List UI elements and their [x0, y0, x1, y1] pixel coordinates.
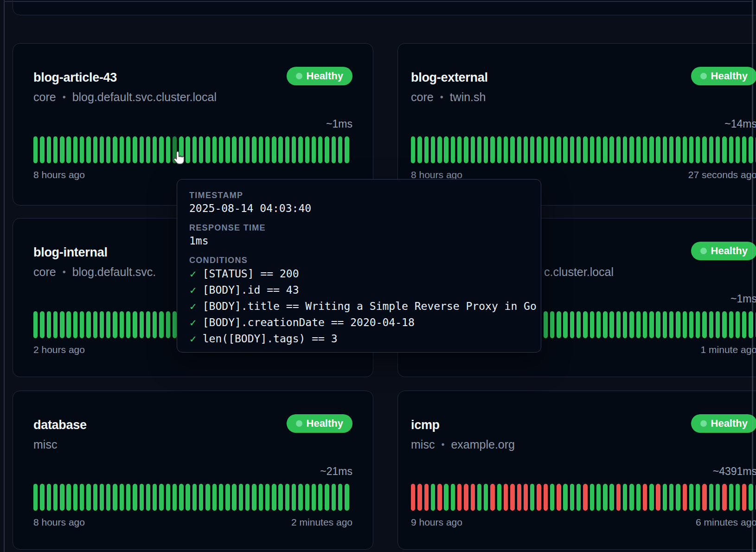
- uptime-bar-failure[interactable]: [656, 484, 660, 511]
- uptime-bar-success[interactable]: [305, 484, 309, 511]
- uptime-bar-success[interactable]: [629, 136, 634, 163]
- uptime-bar-success[interactable]: [649, 136, 653, 163]
- uptime-bar-failure[interactable]: [517, 484, 521, 511]
- uptime-bar-success[interactable]: [86, 136, 90, 163]
- uptime-bar-success[interactable]: [153, 136, 157, 163]
- uptime-bar-success[interactable]: [232, 136, 236, 163]
- uptime-bar-success[interactable]: [716, 484, 720, 511]
- uptime-bar-success[interactable]: [570, 311, 574, 338]
- uptime-bar-success[interactable]: [153, 311, 157, 338]
- uptime-bar-success[interactable]: [120, 484, 124, 511]
- endpoint-card-icmp[interactable]: icmpHealthymisc•example.org~4391ms9 hour…: [397, 391, 756, 550]
- uptime-bar-success[interactable]: [636, 136, 641, 163]
- uptime-bar-success[interactable]: [623, 311, 627, 338]
- uptime-bar-success[interactable]: [663, 136, 667, 163]
- uptime-bar-success[interactable]: [53, 311, 58, 338]
- uptime-bar-success[interactable]: [649, 311, 653, 338]
- uptime-bar-success[interactable]: [676, 136, 680, 163]
- uptime-bar-success[interactable]: [431, 484, 435, 511]
- uptime-bar-success[interactable]: [742, 136, 746, 163]
- uptime-bar-success[interactable]: [616, 136, 621, 163]
- uptime-bar-success[interactable]: [696, 311, 700, 338]
- uptime-bar-success[interactable]: [709, 311, 713, 338]
- uptime-bar-success[interactable]: [219, 484, 223, 511]
- uptime-bar-success[interactable]: [120, 136, 124, 163]
- uptime-bar-success[interactable]: [570, 136, 574, 163]
- uptime-bar-success[interactable]: [603, 311, 607, 338]
- uptime-bar-success[interactable]: [497, 136, 501, 163]
- uptime-bar-success[interactable]: [669, 311, 673, 338]
- uptime-bar-success[interactable]: [702, 136, 706, 163]
- uptime-bar-success[interactable]: [457, 136, 461, 163]
- uptime-bar-success[interactable]: [252, 484, 256, 511]
- uptime-bar-success[interactable]: [570, 484, 574, 511]
- uptime-bar-success[interactable]: [736, 311, 740, 338]
- uptime-bar-success[interactable]: [742, 311, 746, 338]
- uptime-bar-success[interactable]: [345, 484, 349, 511]
- uptime-bar-success[interactable]: [716, 136, 720, 163]
- uptime-bar-success[interactable]: [133, 484, 137, 511]
- uptime-bar-failure[interactable]: [742, 484, 746, 511]
- uptime-bar-success[interactable]: [47, 311, 51, 338]
- uptime-bar-success[interactable]: [245, 136, 250, 163]
- endpoint-card-database[interactable]: databaseHealthymisc~21ms8 hours ago2 min…: [13, 391, 373, 550]
- uptime-bar-success[interactable]: [517, 136, 521, 163]
- uptime-bar-success[interactable]: [676, 484, 680, 511]
- uptime-bar-failure[interactable]: [583, 484, 587, 511]
- uptime-bar-success[interactable]: [557, 136, 561, 163]
- uptime-bar-success[interactable]: [192, 136, 197, 163]
- uptime-bar-success[interactable]: [259, 484, 263, 511]
- uptime-bar-success[interactable]: [219, 136, 223, 163]
- uptime-bar-success[interactable]: [318, 484, 322, 511]
- uptime-bar-success[interactable]: [33, 311, 38, 338]
- uptime-bar-success[interactable]: [199, 484, 203, 511]
- scrollbar[interactable]: [752, 0, 753, 552]
- uptime-bar-failure[interactable]: [722, 484, 726, 511]
- uptime-bar-success[interactable]: [431, 136, 435, 163]
- uptime-bar-success[interactable]: [338, 136, 342, 163]
- uptime-bar-success[interactable]: [609, 136, 614, 163]
- uptime-bar-success[interactable]: [140, 136, 144, 163]
- uptime-bar-success[interactable]: [656, 311, 660, 338]
- uptime-bar-success[interactable]: [298, 136, 302, 163]
- uptime-bar-success[interactable]: [577, 136, 581, 163]
- uptime-bar-success[interactable]: [629, 311, 634, 338]
- uptime-bar-success[interactable]: [100, 136, 104, 163]
- uptime-bar-success[interactable]: [205, 136, 210, 163]
- uptime-bar-success[interactable]: [40, 311, 44, 338]
- uptime-bar-success[interactable]: [583, 311, 587, 338]
- uptime-bar-success[interactable]: [332, 484, 336, 511]
- uptime-bar-success[interactable]: [451, 136, 455, 163]
- uptime-bar-success[interactable]: [292, 136, 296, 163]
- uptime-bar-success[interactable]: [524, 136, 528, 163]
- uptime-bar-success[interactable]: [669, 136, 673, 163]
- uptime-bar-success[interactable]: [40, 484, 44, 511]
- uptime-bar-success[interactable]: [113, 311, 117, 338]
- uptime-bar-success[interactable]: [292, 484, 296, 511]
- uptime-bar-success[interactable]: [696, 484, 700, 511]
- uptime-bar-success[interactable]: [689, 311, 693, 338]
- uptime-bar-success[interactable]: [616, 311, 621, 338]
- uptime-bar-success[interactable]: [603, 136, 607, 163]
- uptime-bar-success[interactable]: [563, 136, 567, 163]
- uptime-bar-success[interactable]: [656, 136, 660, 163]
- uptime-bar-success[interactable]: [33, 484, 38, 511]
- uptime-bar-failure[interactable]: [437, 484, 442, 511]
- uptime-bar-success[interactable]: [736, 484, 740, 511]
- uptime-bar-success[interactable]: [550, 311, 554, 338]
- uptime-bar-success[interactable]: [444, 136, 448, 163]
- uptime-bar-success[interactable]: [66, 311, 70, 338]
- uptime-bar-success[interactable]: [106, 136, 110, 163]
- uptime-bar-success[interactable]: [93, 136, 97, 163]
- uptime-bar-success[interactable]: [497, 484, 501, 511]
- uptime-bar-success[interactable]: [106, 484, 110, 511]
- uptime-bar-success[interactable]: [676, 311, 680, 338]
- uptime-bar-success[interactable]: [285, 484, 289, 511]
- uptime-bar-success[interactable]: [80, 136, 84, 163]
- uptime-bar-success[interactable]: [696, 136, 700, 163]
- uptime-bar-success[interactable]: [729, 136, 733, 163]
- uptime-bar-success[interactable]: [239, 484, 243, 511]
- uptime-bar-success[interactable]: [33, 136, 38, 163]
- uptime-bar-success[interactable]: [205, 484, 210, 511]
- uptime-bar-success[interactable]: [86, 484, 90, 511]
